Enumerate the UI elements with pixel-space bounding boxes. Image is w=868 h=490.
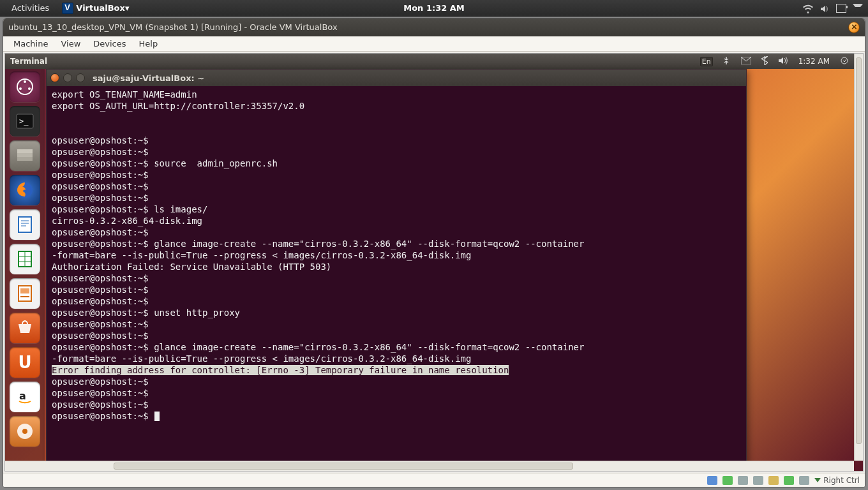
bluetooth-icon[interactable] bbox=[760, 56, 769, 67]
vb-statusbar: Right Ctrl bbox=[3, 473, 865, 487]
vb-window-title: ubuntu_13_10_desktop_VPN_VM (Snapshot 1)… bbox=[8, 22, 338, 32]
menu-devices[interactable]: Devices bbox=[87, 39, 132, 48]
svg-point-3 bbox=[24, 80, 26, 83]
guest-top-panel: Terminal En 1:32 AM bbox=[5, 54, 854, 69]
files-icon[interactable] bbox=[10, 140, 40, 171]
svg-text:>_: >_ bbox=[19, 117, 29, 126]
status-cd-icon[interactable] bbox=[722, 476, 733, 485]
network-icon[interactable] bbox=[721, 56, 732, 67]
svg-rect-10 bbox=[17, 157, 33, 161]
svg-rect-9 bbox=[17, 153, 33, 157]
svg-point-4 bbox=[28, 87, 31, 90]
session-icon[interactable] bbox=[839, 56, 850, 67]
wifi-icon[interactable] bbox=[803, 4, 813, 13]
viewport-hscrollbar[interactable] bbox=[5, 461, 854, 471]
volume-icon[interactable] bbox=[819, 4, 830, 13]
guest-app-title: Terminal bbox=[9, 57, 47, 66]
host-top-panel: Activities VirtualBox▾ Mon 1:32 AM bbox=[0, 0, 868, 17]
firefox-icon[interactable] bbox=[10, 175, 40, 205]
svg-point-1 bbox=[841, 57, 848, 64]
host-clock[interactable]: Mon 1:32 AM bbox=[403, 3, 465, 13]
ubuntu-one-icon[interactable]: U bbox=[10, 347, 40, 378]
vb-menubar: Machine View Devices Help bbox=[3, 36, 865, 52]
status-hd-icon[interactable] bbox=[707, 476, 717, 485]
mail-icon[interactable] bbox=[740, 57, 752, 66]
svg-point-5 bbox=[19, 87, 22, 90]
term-minimize-icon[interactable] bbox=[63, 73, 72, 82]
host-key-label: Right Ctrl bbox=[823, 476, 860, 485]
status-usb-icon[interactable] bbox=[738, 476, 748, 485]
amazon-icon[interactable]: a bbox=[10, 382, 40, 412]
guest-volume-icon[interactable] bbox=[777, 56, 789, 67]
menu-machine[interactable]: Machine bbox=[7, 39, 54, 48]
svg-text:a: a bbox=[19, 390, 26, 402]
vb-titlebar[interactable]: ubuntu_13_10_desktop_VPN_VM (Snapshot 1)… bbox=[3, 19, 865, 36]
svg-point-25 bbox=[22, 429, 27, 434]
term-close-icon[interactable] bbox=[50, 73, 59, 82]
hostkey-arrow-icon bbox=[814, 478, 821, 482]
terminal-window[interactable]: saju@saju-VirtualBox: ~ export OS_TENANT… bbox=[46, 69, 747, 471]
svg-rect-22 bbox=[20, 296, 29, 297]
svg-rect-12 bbox=[19, 217, 31, 232]
dash-icon[interactable] bbox=[10, 71, 40, 102]
impress-icon[interactable] bbox=[10, 278, 40, 309]
battery-icon[interactable] bbox=[836, 4, 846, 13]
virtualbox-window: ubuntu_13_10_desktop_VPN_VM (Snapshot 1)… bbox=[3, 18, 865, 487]
terminal-output[interactable]: export OS_TENANT_NAME=admin export OS_AU… bbox=[47, 86, 746, 471]
status-shared-icon[interactable] bbox=[753, 476, 763, 485]
menu-view[interactable]: View bbox=[54, 39, 87, 48]
rhythmbox-icon[interactable] bbox=[10, 416, 40, 447]
unity-launcher: >_ U a bbox=[5, 69, 45, 461]
scrollbar-thumb[interactable] bbox=[114, 463, 573, 470]
software-center-icon[interactable] bbox=[10, 313, 40, 343]
scrollbar-thumb[interactable] bbox=[856, 57, 862, 444]
system-menu-icon[interactable] bbox=[853, 4, 863, 13]
status-mouse-icon[interactable] bbox=[799, 476, 809, 485]
app-menu-label: VirtualBox▾ bbox=[76, 3, 129, 13]
terminal-title: saju@saju-VirtualBox: ~ bbox=[93, 73, 204, 83]
status-display-icon[interactable] bbox=[768, 476, 779, 485]
status-net-icon[interactable] bbox=[784, 476, 794, 485]
svg-rect-21 bbox=[20, 288, 29, 293]
viewport-vscrollbar[interactable] bbox=[854, 54, 863, 461]
virtualbox-app-menu[interactable]: VirtualBox▾ bbox=[56, 3, 135, 14]
activities-button[interactable]: Activities bbox=[5, 3, 56, 13]
svg-rect-8 bbox=[17, 149, 33, 153]
menu-help[interactable]: Help bbox=[133, 39, 165, 48]
calc-icon[interactable] bbox=[10, 244, 40, 274]
terminal-launcher-icon[interactable]: >_ bbox=[10, 106, 40, 137]
guest-clock[interactable]: 1:32 AM bbox=[797, 57, 831, 66]
virtualbox-icon bbox=[62, 3, 73, 14]
keyboard-indicator[interactable]: En bbox=[700, 57, 713, 66]
terminal-titlebar[interactable]: saju@saju-VirtualBox: ~ bbox=[47, 70, 746, 86]
term-maximize-icon[interactable] bbox=[76, 73, 85, 82]
writer-icon[interactable] bbox=[10, 209, 40, 240]
vm-framebuffer[interactable]: Terminal En 1:32 AM >_ U a bbox=[4, 53, 864, 471]
host-key-indicator[interactable]: Right Ctrl bbox=[814, 476, 860, 485]
close-button[interactable] bbox=[848, 22, 860, 33]
